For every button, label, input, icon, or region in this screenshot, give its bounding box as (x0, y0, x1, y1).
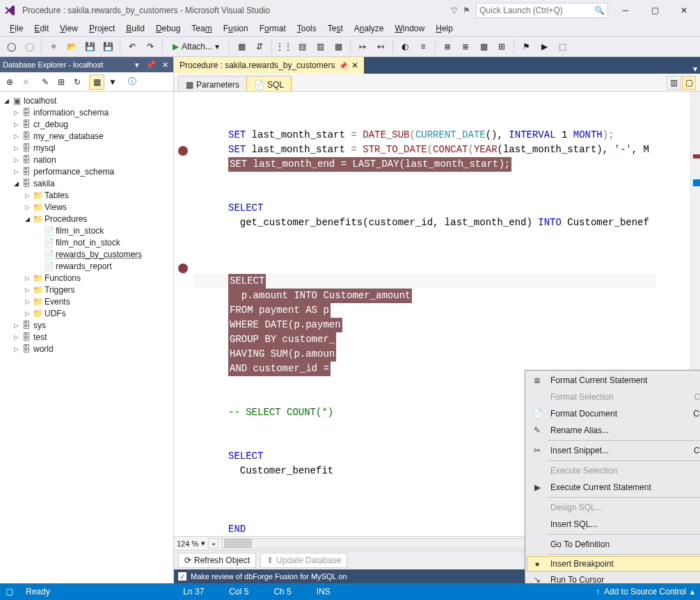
tool-btn-14[interactable]: ⊞ (493, 38, 510, 55)
tree-item-nation[interactable]: ▷🗄nation (0, 154, 173, 165)
tree-item-sakila[interactable]: ◢🗄sakila (0, 177, 173, 189)
new-project-button[interactable]: ✧ (45, 38, 62, 55)
collapse-icon[interactable]: ◢ (3, 97, 10, 104)
expand-icon[interactable] (35, 263, 42, 270)
refresh-button[interactable]: ↻ (70, 74, 85, 90)
menu-view[interactable]: View (54, 22, 83, 35)
tool-btn-11[interactable]: ≣ (439, 38, 456, 55)
menu-team[interactable]: Team (186, 22, 217, 35)
tool-btn-7[interactable]: ↦ (354, 38, 371, 55)
tree-item-rewards_by_customers[interactable]: 📄rewards_by_customers (0, 248, 173, 260)
expand-icon[interactable]: ▷ (13, 109, 19, 116)
expand-icon[interactable]: ▷ (13, 145, 19, 152)
tool-btn-13[interactable]: ▦ (475, 38, 492, 55)
expand-icon[interactable] (35, 251, 42, 258)
expand-icon[interactable]: ▷ (24, 298, 31, 305)
tree-item-film_not_in_stock[interactable]: 📄film_not_in_stock (0, 236, 173, 248)
context-menu-item-go-to-definition[interactable]: Go To DefinitionF12 (527, 536, 700, 553)
tree-item-performance_schema[interactable]: ▷🗄performance_schema (0, 165, 173, 177)
nav-fwd-button[interactable]: ◯ (21, 38, 38, 55)
expand-icon[interactable]: ▷ (13, 168, 19, 175)
context-menu-item-format-document[interactable]: 📄Format DocumentCtrl+K, Ctrl+D (527, 405, 700, 422)
tool-btn-12[interactable]: ≣ (457, 38, 474, 55)
tool-btn-2[interactable]: ⇵ (251, 38, 268, 55)
menu-project[interactable]: Project (83, 22, 120, 35)
document-tab[interactable]: Procedure : sakila.rewards_by_customers … (174, 57, 364, 74)
tree-item-information_schema[interactable]: ▷🗄information_schema (0, 106, 173, 118)
expand-icon[interactable]: ▷ (24, 286, 31, 293)
tree-item-sys[interactable]: ▷🗄sys (0, 319, 173, 331)
menu-debug[interactable]: Debug (150, 22, 186, 35)
menu-tools[interactable]: Tools (292, 22, 322, 35)
notifications-icon[interactable]: ⚑ (463, 6, 470, 15)
expand-icon[interactable]: ▷ (24, 275, 31, 282)
tree-item-UDFs[interactable]: ▷📁UDFs (0, 307, 173, 319)
tool-btn-4[interactable]: ▤ (294, 38, 310, 55)
expand-icon[interactable] (35, 227, 42, 234)
tree-item-Functions[interactable]: ▷📁Functions (0, 272, 173, 284)
context-menu-item-insert-breakpoint[interactable]: ●Insert Breakpoint (527, 556, 700, 571)
tool-btn-8[interactable]: ↤ (372, 38, 389, 55)
menu-build[interactable]: Build (120, 22, 150, 35)
tool-btn-17[interactable]: ⬚ (554, 38, 571, 55)
tree-item-world[interactable]: ▷🗄world (0, 343, 173, 355)
menu-test[interactable]: Test (322, 22, 349, 35)
panel-pin-icon[interactable]: 📌 (145, 59, 157, 70)
tree-item-rewards_report[interactable]: 📄rewards_report (0, 260, 173, 272)
expand-icon[interactable]: ▷ (13, 156, 19, 163)
new-db-button[interactable]: ⊞ (54, 74, 69, 90)
collapse-icon[interactable]: ◢ (13, 180, 19, 187)
tool-btn-5[interactable]: ▥ (312, 38, 328, 55)
tree-item-Tables[interactable]: ▷📁Tables (0, 189, 173, 201)
scroll-left-button[interactable]: ◂ (208, 538, 218, 549)
tree-item-film_in_stock[interactable]: 📄film_in_stock (0, 225, 173, 236)
tool-btn-10[interactable]: ≡ (415, 38, 431, 55)
add-source-control[interactable]: Add to Source Control (604, 587, 686, 597)
menu-help[interactable]: Help (430, 22, 459, 35)
publish-icon[interactable]: ↑ (596, 587, 600, 597)
refresh-object-button[interactable]: ⟳ Refresh Object (178, 553, 256, 568)
tool-btn-1[interactable]: ▦ (233, 38, 250, 55)
expand-icon[interactable]: ▷ (24, 192, 31, 199)
split-h-button[interactable]: ▥ (667, 76, 681, 90)
new-sql-button[interactable]: ✎ (38, 74, 53, 90)
panel-close-icon[interactable]: ✕ (159, 59, 170, 70)
breakpoint-gutter[interactable] (174, 92, 193, 536)
tree-item-cr_debug[interactable]: ▷🗄cr_debug (0, 118, 173, 130)
subtab-sql[interactable]: 📄 SQL (246, 76, 292, 91)
menu-window[interactable]: Window (390, 22, 431, 35)
expand-icon[interactable]: ▷ (13, 346, 19, 352)
menu-edit[interactable]: Edit (29, 22, 54, 35)
expand-icon[interactable]: ▷ (13, 322, 19, 329)
context-menu-item-insert-snippet-[interactable]: ✂Insert Snippet...Ctrl+K, Ctrl+X (527, 442, 700, 459)
show-all-button[interactable]: ▦ (89, 74, 104, 90)
close-button[interactable]: ✕ (672, 3, 696, 18)
context-menu-item-rename-alias-[interactable]: ✎Rename Alias... (527, 422, 700, 439)
tool-btn-15[interactable]: ⚑ (518, 38, 534, 55)
tree-item-Events[interactable]: ▷📁Events (0, 295, 173, 307)
tree-item-Triggers[interactable]: ▷📁Triggers (0, 284, 173, 295)
save-button[interactable]: 💾 (81, 38, 98, 55)
undo-button[interactable]: ↶ (124, 38, 141, 55)
subtab-parameters[interactable]: ▦ Parameters (178, 76, 247, 91)
context-menu-item-run-to-cursor[interactable]: ↘Run To CursorCtrl+F10 (527, 571, 700, 583)
update-database-button[interactable]: ⬆ Update Database (260, 553, 347, 568)
tree-item-test[interactable]: ▷🗄test (0, 331, 173, 343)
tab-dropdown-icon[interactable]: ▾ (693, 64, 697, 74)
tab-pin-icon[interactable]: 📌 (339, 62, 347, 70)
feedback-icon[interactable]: ▽ (451, 6, 457, 15)
context-menu-item-insert-sql-[interactable]: Insert SQL... (527, 516, 700, 533)
tree-item-my_new_database[interactable]: ▷🗄my_new_database (0, 130, 173, 142)
zoom-level[interactable]: 124 % (177, 540, 198, 548)
context-menu-item-format-current-statement[interactable]: ≣Format Current StatementCtrl+K, S (527, 372, 700, 389)
tab-close-icon[interactable]: ✕ (351, 60, 358, 70)
menu-fusion[interactable]: Fusion (218, 22, 254, 35)
nav-back-button[interactable]: ◯ (3, 38, 19, 55)
context-menu-item-execute-current-statement[interactable]: ▶Execute Current Statement (527, 479, 700, 496)
redo-button[interactable]: ↷ (142, 38, 159, 55)
split-v-button[interactable]: ▢ (682, 76, 696, 90)
source-control-dropdown-icon[interactable]: ▴ (690, 587, 694, 597)
collapse-icon[interactable]: ◢ (24, 216, 31, 222)
breakpoint-icon[interactable] (178, 263, 188, 273)
filter-button[interactable]: ▼ (105, 74, 120, 90)
